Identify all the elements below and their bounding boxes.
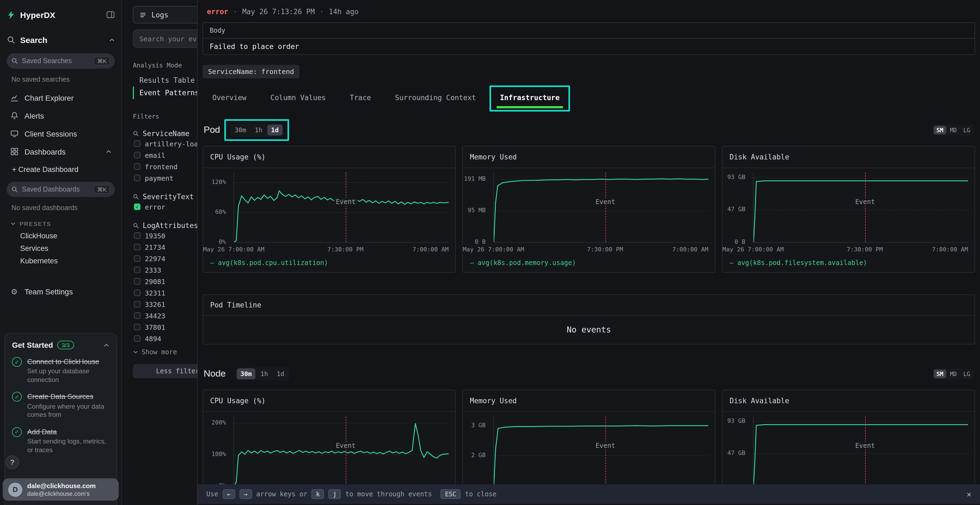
range-30m-button[interactable]: 30m xyxy=(237,368,256,379)
tab-overview[interactable]: Overview xyxy=(211,91,247,108)
saved-dashboards-input[interactable]: Saved Dashboards ⌘K xyxy=(6,182,115,197)
chart-plot-area[interactable]: Event xyxy=(493,416,708,486)
range-1h-button[interactable]: 1h xyxy=(251,125,266,135)
checkbox[interactable] xyxy=(134,140,140,147)
x-axis-tick: 7:30:00 PM xyxy=(328,246,363,253)
pod-disk-chart-card: Disk Available 93 GB47 GB0 BEventMay 26 … xyxy=(722,146,975,273)
size-md-button[interactable]: MD xyxy=(947,370,959,378)
legend-line-swatch: — xyxy=(210,259,214,267)
keyboard-hints-bar: Use ← → arrow keys or k j to move throug… xyxy=(197,484,980,504)
x-axis-tick: 7:30:00 PM xyxy=(587,246,623,253)
y-axis-tick: 47 GB xyxy=(727,449,745,457)
sidebar-item-dashboards[interactable]: Dashboards xyxy=(6,143,115,160)
chart-plot-area[interactable]: Event xyxy=(753,416,968,486)
pod-range-selector: 30m 1h 1d xyxy=(230,124,284,137)
get-started-step[interactable]: ✓ Add Data Start sending logs, metrics, … xyxy=(12,427,110,455)
checkbox[interactable] xyxy=(134,232,140,239)
sidebar-preset-services[interactable]: Services xyxy=(6,242,115,255)
user-menu[interactable]: D dale@clickhouse.com dale@clickhouse.co… xyxy=(3,478,119,501)
checkbox[interactable] xyxy=(134,278,140,284)
event-body-card: Body Failed to place order xyxy=(202,22,975,55)
check-circle-icon: ✓ xyxy=(12,427,22,437)
get-started-step[interactable]: ✓ Create Data Sources Configure where yo… xyxy=(12,392,110,419)
legend-line-swatch: — xyxy=(730,259,733,267)
filter-option-label: email xyxy=(145,151,165,159)
tab-infrastructure[interactable]: Infrastructure xyxy=(499,91,560,108)
kbd-shortcut: ⌘K xyxy=(94,185,110,194)
close-icon[interactable]: ✕ xyxy=(967,490,971,499)
checkbox[interactable] xyxy=(134,175,140,181)
node-range-selector: 30m 1h 1d xyxy=(235,367,289,380)
y-axis-tick: 200% xyxy=(212,419,226,426)
tab-column-values[interactable]: Column Values xyxy=(269,91,327,108)
chart-plot-area[interactable]: Event xyxy=(234,416,449,486)
search-icon xyxy=(133,222,139,229)
pod-timeline-card: Pod Timeline No events xyxy=(202,294,975,345)
range-1d-button[interactable]: 1d xyxy=(273,368,288,379)
y-axis-tick: 93 GB xyxy=(727,418,745,424)
checkbox[interactable] xyxy=(134,267,140,273)
service-name-chip[interactable]: ServiceName: frontend xyxy=(202,65,299,78)
y-axis-tick: 3 GB xyxy=(471,421,486,429)
size-lg-button[interactable]: LG xyxy=(961,370,973,378)
y-axis-tick: 0% xyxy=(219,238,226,245)
create-dashboard-button[interactable]: + Create Dashboard xyxy=(6,160,115,178)
y-axis-tick: 0 B xyxy=(735,238,745,245)
sidebar-item-client-sessions[interactable]: Client Sessions xyxy=(6,125,115,143)
presets-toggle[interactable]: PRESETS xyxy=(10,221,115,227)
range-1h-button[interactable]: 1h xyxy=(257,368,272,379)
node-disk-chart-card: Disk Available 93 GB47 GBEvent xyxy=(722,390,975,499)
filter-option-label: 34423 xyxy=(145,311,165,320)
checkbox[interactable] xyxy=(134,289,140,296)
checkbox-checked[interactable]: ✓ xyxy=(134,203,140,210)
checkbox[interactable] xyxy=(134,301,140,308)
chart-plot-area[interactable]: Event xyxy=(753,173,968,243)
legend-line-swatch: — xyxy=(470,259,474,267)
checkbox[interactable] xyxy=(134,312,140,319)
chevron-up-icon[interactable] xyxy=(103,342,110,348)
checkbox[interactable] xyxy=(134,244,140,250)
tab-trace[interactable]: Trace xyxy=(349,91,372,108)
tab-surrounding-context[interactable]: Surrounding Context xyxy=(394,91,477,108)
legend-label: avg(k8s.pod.filesystem.available) xyxy=(737,259,867,267)
filter-option-label: 22974 xyxy=(145,254,165,262)
chart-plot-area[interactable]: Event xyxy=(234,173,449,243)
checkbox[interactable] xyxy=(134,163,140,170)
sidebar-item-chart-explorer[interactable]: Chart Explorer xyxy=(6,89,115,106)
chart-plot-area[interactable]: Event xyxy=(493,173,708,243)
y-axis-tick: 0 B xyxy=(475,238,486,245)
size-sm-button[interactable]: SM xyxy=(934,370,946,378)
range-30m-button[interactable]: 30m xyxy=(231,125,250,135)
saved-searches-input[interactable]: Saved Searches ⌘K xyxy=(6,53,115,68)
sidebar-preset-kubernetes[interactable]: Kubernetes xyxy=(6,255,115,267)
sidebar-preset-clickhouse[interactable]: ClickHouse xyxy=(6,230,115,242)
size-md-button[interactable]: MD xyxy=(947,126,959,134)
pod-size-selector: SM MD LG xyxy=(932,125,974,135)
sidebar: HyperDX Search Saved Searches ⌘K No save… xyxy=(0,0,122,505)
search-icon xyxy=(11,186,18,193)
checkbox[interactable] xyxy=(134,324,140,330)
severity-badge: error xyxy=(207,8,228,16)
sidebar-item-team-settings[interactable]: ⚙ Team Settings xyxy=(6,283,115,300)
size-sm-button[interactable]: SM xyxy=(934,126,946,134)
filter-option-label: 29081 xyxy=(145,277,165,286)
checkbox[interactable] xyxy=(134,152,140,158)
filter-option-label: 37801 xyxy=(145,323,165,331)
x-axis-tick: 7:00:00 AM xyxy=(413,246,449,253)
filter-option-label: 33261 xyxy=(145,300,165,308)
sidebar-collapse-icon[interactable] xyxy=(106,10,115,19)
sidebar-item-alerts[interactable]: Alerts xyxy=(6,106,115,125)
node-charts-row: CPU Usage (%) 200%100%0%Event Memory Use… xyxy=(202,390,975,499)
x-axis-tick: 7:30:00 PM xyxy=(847,246,883,253)
help-button[interactable]: ? xyxy=(5,456,19,469)
filter-option-label: 2333 xyxy=(145,266,161,274)
get-started-step[interactable]: ✓ Connect to ClickHouse Set up your data… xyxy=(12,356,110,384)
search-section-label: Search xyxy=(20,35,48,44)
size-lg-button[interactable]: LG xyxy=(961,126,973,134)
filter-option-label: frontend xyxy=(145,162,178,171)
range-1d-button[interactable]: 1d xyxy=(267,125,283,135)
nav-section-search[interactable]: Search xyxy=(6,29,115,50)
pod-cpu-chart-card: CPU Usage (%) 120%60%0%EventMay 26 7:00:… xyxy=(202,146,456,273)
checkbox[interactable] xyxy=(134,255,140,262)
checkbox[interactable] xyxy=(134,335,140,342)
